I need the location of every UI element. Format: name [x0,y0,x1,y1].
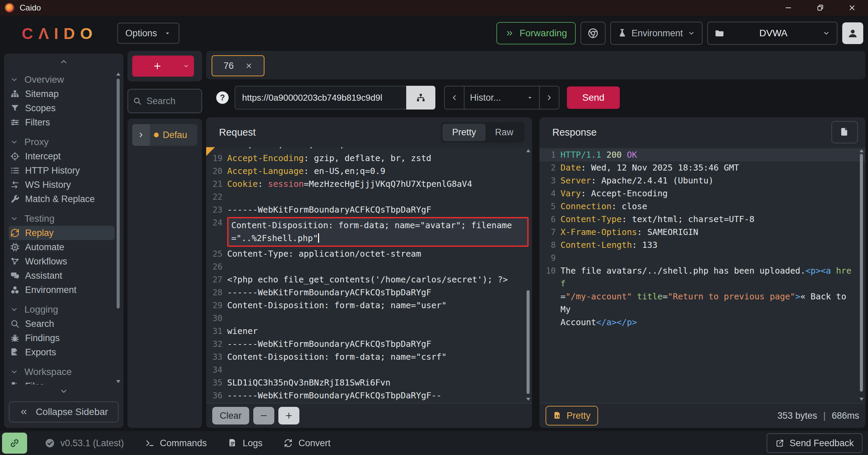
code-text: HTTP/1.1 200 OK [560,149,865,161]
logs-button[interactable]: Logs [228,438,263,449]
request-editor-scrollbar[interactable] [526,149,531,401]
export-response-button[interactable] [831,121,858,143]
send-button[interactable]: Send [567,86,620,109]
sidebar-item-sitemap[interactable]: Sitemap [9,87,115,101]
scroll-up-arrow-icon [860,149,864,152]
sidebar-scroll-down[interactable] [4,384,123,398]
tab-pretty[interactable]: Pretty [442,124,486,141]
sidebar-group-testing[interactable]: Testing [9,212,115,226]
history-prev-button[interactable] [445,86,465,109]
sidebar-item-exports[interactable]: Exports [9,345,115,359]
increase-font-button[interactable] [278,407,299,424]
scroll-down-arrow-icon [116,380,120,383]
environment-dropdown[interactable]: Environment [610,22,703,45]
request-editor[interactable]: " , " , " ; " , 19Accept-Encoding: gzip,… [206,147,532,403]
code-text[interactable] [227,191,532,203]
code-line-37: 37 [206,402,532,403]
sidebar-item-http-history[interactable]: HTTP History [9,163,115,178]
help-icon[interactable]: ? [215,90,230,105]
sidebar-item-automate[interactable]: Automate [9,240,115,254]
sidebar-item-intercept[interactable]: Intercept [9,149,115,163]
code-text[interactable]: <?php echo file_get_contents('/home/carl… [227,273,532,286]
user-avatar-button[interactable] [842,22,863,44]
expand-collection-button[interactable] [132,124,150,146]
svg-text:?: ? [220,93,225,102]
code-text[interactable] [227,312,532,325]
commands-button[interactable]: Commands [145,438,207,449]
close-tab-icon[interactable] [245,62,253,70]
code-text[interactable]: Accept-Encoding: gzip, deflate, br, zstd [227,152,532,165]
search-input[interactable] [146,96,197,107]
sidebar-scrollbar[interactable] [116,73,121,383]
history-dropdown[interactable]: Histor... [465,86,539,109]
collapse-sidebar-button[interactable]: Collapse Sidebar [9,401,119,422]
sidebar-item-files[interactable]: Files [9,379,115,384]
sidebar-item-search[interactable]: Search [9,317,115,331]
sidebar-item-replay[interactable]: Replay [9,226,115,240]
project-selector[interactable]: DVWA [707,22,837,45]
code-text[interactable]: Cookie: session=MezHzecHgEjjjVKqQ7hU7Xtp… [227,178,532,191]
scrollbar-thumb[interactable] [527,290,530,394]
send-feedback-button[interactable]: Send Feedback [767,433,863,453]
history-next-button[interactable] [539,86,559,109]
decrease-font-button[interactable] [253,407,274,424]
code-text[interactable]: ------WebKitFormBoundaryACFkCQsTbpDaRYgF [227,203,532,216]
pretty-button[interactable]: Pretty [546,406,598,426]
sidebar-group-workspace[interactable]: Workspace [9,365,115,379]
request-view-toggle: Pretty Raw [441,122,525,143]
code-text[interactable]: ------WebKitFormBoundaryACFkCQsTbpDaRYgF [227,286,532,299]
convert-arrows-icon [283,438,293,448]
code-text[interactable]: ------WebKitFormBoundaryACFkCQsTbpDaRYgF [227,338,532,351]
connection-status-button[interactable] [2,433,27,454]
code-text[interactable] [227,363,532,376]
code-line-1: 1HTTP/1.1 200 OK [539,149,865,161]
sidebar-item-filters[interactable]: Filters [9,115,115,130]
options-dropdown[interactable]: Options [117,23,179,44]
sidebar-item-workflows[interactable]: Workflows [9,254,115,269]
scrollbar-thumb[interactable] [117,79,120,309]
sidebar-label: Exports [25,347,56,358]
close-button[interactable] [836,0,868,16]
code-text[interactable]: SLD1iQC3h35nQv3nBNzRjI81SwRi6Fvn [227,376,532,389]
sidebar-scroll-up[interactable] [4,54,123,70]
line-number: 21 [206,178,227,191]
code-text[interactable]: ------WebKitFormBoundaryACFkCQsTbpDaRYgF… [227,389,532,402]
restore-button[interactable] [804,0,836,16]
code-text[interactable]: Content-Disposition: form-data; name="cs… [227,351,532,363]
sidebar-group-proxy[interactable]: Proxy [9,135,115,149]
sidebar-item-assistant[interactable]: Assistant [9,269,115,283]
code-text[interactable]: Accept-Language: en-US,en;q=0.9 [227,165,532,178]
sidebar-item-ws-history[interactable]: WS History [9,178,115,192]
forwarding-button[interactable]: Forwarding [496,22,576,44]
code-text[interactable] [227,260,532,273]
session-tab-76[interactable]: 76 [212,55,264,76]
chevron-up-icon [59,57,68,66]
connection-settings-button[interactable] [406,86,435,110]
collection-item[interactable]: Defau [150,124,197,146]
chevrons-right-icon [505,29,514,38]
code-line-9: 9 [539,252,865,264]
sidebar-group-logging[interactable]: Logging [9,302,115,317]
convert-button[interactable]: Convert [283,438,331,449]
scrollbar-thumb[interactable] [860,154,863,392]
code-text[interactable]: Content-Type: application/octet-stream [227,248,532,260]
code-line-23: 23------WebKitFormBoundaryACFkCQsTbpDaRY… [206,203,532,216]
url-input[interactable] [241,92,400,103]
code-line-24: 24Content-Disposition: form-data; name="… [206,216,532,248]
code-text[interactable]: wiener [227,325,532,338]
new-session-button[interactable] [132,56,194,77]
highlighted-code-text[interactable]: Content-Disposition: form-data; name="av… [227,217,529,247]
minimize-button[interactable] [772,0,804,16]
code-text[interactable]: Content-Disposition: form-data; name="us… [227,299,532,312]
tab-raw[interactable]: Raw [486,124,523,141]
browser-button[interactable] [580,22,606,45]
sidebar-item-environment[interactable]: Environment [9,283,115,297]
sidebar-item-findings[interactable]: Findings [9,331,115,345]
sidebar-item-scopes[interactable]: Scopes [9,101,115,115]
clear-button[interactable]: Clear [212,407,249,424]
code-text[interactable] [227,402,532,403]
response-editor-scrollbar[interactable] [859,149,864,401]
line-number: 29 [206,299,227,312]
sidebar-group-overview[interactable]: Overview [9,73,115,87]
sidebar-item-match-replace[interactable]: Match & Replace [9,192,115,206]
